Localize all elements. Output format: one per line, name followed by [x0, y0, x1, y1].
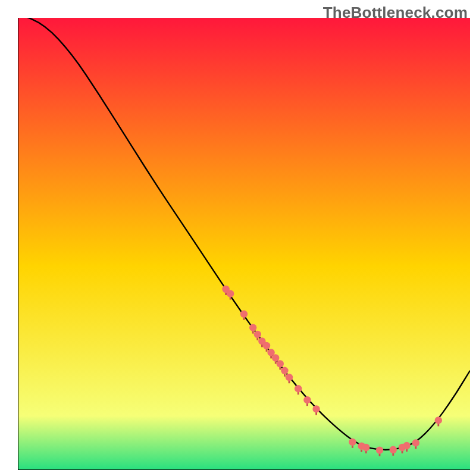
- highlight-dot: [277, 360, 284, 367]
- highlight-dot: [227, 290, 234, 297]
- highlight-dot: [272, 354, 279, 361]
- highlight-dot: [376, 446, 383, 453]
- highlight-dot: [303, 396, 311, 403]
- highlight-dot: [263, 342, 270, 349]
- highlight-dot: [254, 331, 261, 338]
- highlight-dot: [240, 311, 248, 318]
- chart-background-gradient: [18, 18, 470, 470]
- highlight-dot: [412, 439, 419, 446]
- highlight-dot: [362, 444, 369, 451]
- chart-plot-area: [18, 18, 470, 470]
- highlight-dot: [349, 439, 356, 446]
- highlight-dot: [403, 442, 410, 449]
- highlight-dot: [390, 446, 397, 453]
- highlight-dot: [295, 385, 302, 392]
- highlight-dot: [312, 405, 320, 412]
- highlight-dot: [435, 416, 442, 424]
- highlight-dot: [281, 367, 288, 374]
- highlight-dot: [249, 324, 256, 331]
- highlight-dot: [286, 374, 293, 381]
- chart-svg: [18, 18, 470, 470]
- watermark-text: TheBottleneck.com: [323, 4, 468, 22]
